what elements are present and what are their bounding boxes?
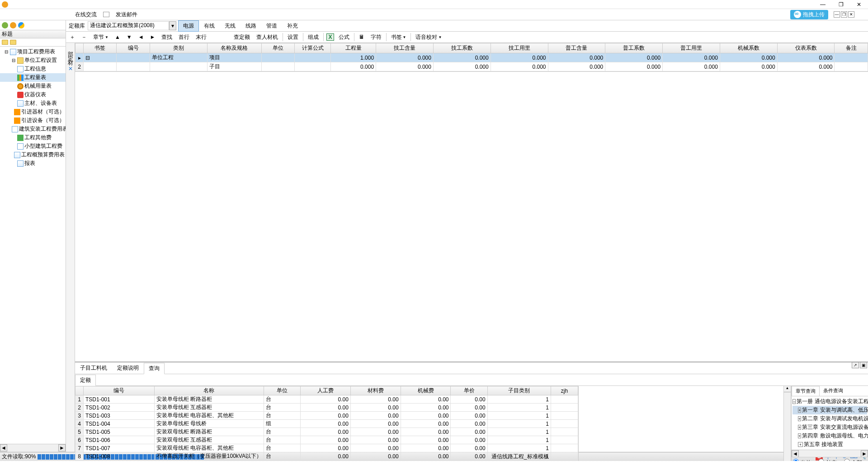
formula-button[interactable]: 公式 (337, 33, 351, 42)
column-header[interactable]: 机械系数 (720, 43, 777, 53)
side-tab-cai[interactable]: 材 (66, 54, 75, 57)
tree-node[interactable]: 引进器材（可选） (0, 108, 66, 116)
check-quota-button[interactable]: 查定额 (232, 33, 252, 42)
tree-node[interactable]: 工程其他费 (0, 133, 66, 142)
remove-icon[interactable] (10, 22, 16, 28)
tree-node[interactable]: 工程量表 (0, 73, 66, 82)
chapter-tree[interactable]: − 第一册 通信电源设备安装工程 +第一章 安装与调试高、低压电+第二章 安装与… (792, 396, 868, 450)
scroll-right-button[interactable]: ► (861, 450, 868, 457)
lib-tab[interactable]: 电源 (178, 20, 199, 32)
left-scrollbar[interactable]: ◄ ► (0, 444, 66, 452)
window-maximize-button[interactable]: ❐ (832, 0, 850, 9)
chapter-tab[interactable]: 条件查询 (820, 386, 847, 396)
tree-node[interactable]: 报表 (0, 159, 66, 168)
column-header[interactable]: 书签 (84, 43, 117, 53)
column-header[interactable]: 仪表系数 (777, 43, 835, 53)
bottom-tab[interactable]: 查询 (144, 363, 165, 374)
expand-icon[interactable]: + (798, 425, 801, 430)
tree-node[interactable]: 建筑安装工程费用表 (0, 125, 66, 133)
panel-minimize-button[interactable]: — (834, 11, 840, 18)
expand-icon[interactable]: + (798, 408, 801, 413)
sort-asc-button[interactable]: ▲ (113, 33, 122, 41)
remove-row-button[interactable]: － (80, 33, 89, 42)
add-icon[interactable] (2, 22, 8, 28)
drag-upload-button[interactable]: 拖拽上传 (790, 10, 828, 19)
project-tree[interactable]: ⊟ 项目工程费用表 ⊟单位工程设置工程信息工程量表机械用量表仪器仪表主材、设备表… (0, 47, 66, 444)
tree-node[interactable]: 小型建筑工程费 (0, 142, 66, 150)
tree-node[interactable]: 引进设备（可选） (0, 116, 66, 125)
lib-tab[interactable]: 无线 (220, 20, 241, 32)
tree-node[interactable]: ⊟单位工程设置 (0, 56, 66, 65)
settings-button[interactable]: 设置 (286, 33, 300, 42)
grid-scrollbar[interactable]: ▲ (783, 386, 791, 461)
filter-radio[interactable]: 当前定额 (793, 459, 816, 461)
filter-radio[interactable]: 全部定额 (844, 459, 867, 461)
chapter-node[interactable]: +第五章 接地装置 (793, 440, 867, 449)
char-button[interactable]: 字符 (369, 33, 383, 42)
move-right-button[interactable]: ► (148, 33, 157, 41)
table-row[interactable]: 6TSD1-006安装双母线柜 互感器柜台0.000.000.000.001 (75, 436, 578, 444)
close-side-icon[interactable]: ✕ (67, 66, 74, 72)
filter-radio[interactable]: 补充定额 (818, 459, 841, 461)
expand-icon[interactable]: ⊟ (11, 58, 16, 63)
column-header[interactable]: 备注 (835, 43, 868, 53)
column-header[interactable]: 普工用里 (663, 43, 720, 53)
library-dropdown-button[interactable]: ▾ (169, 21, 176, 30)
scroll-left-button[interactable]: ◄ (792, 450, 799, 457)
side-tab-ding[interactable]: 定 (66, 49, 75, 53)
chapter-node[interactable]: +第一章 安装与调试高、低压电 (793, 406, 867, 414)
chapter-node[interactable]: +第三章 安装交直流电源设备、 (793, 423, 867, 432)
tree-node[interactable]: 仪器仪表 (0, 90, 66, 99)
excel-icon[interactable]: X (326, 33, 334, 41)
send-mail-menu[interactable]: 发送邮件 (113, 10, 140, 19)
collapse-icon[interactable]: − (793, 399, 796, 404)
move-left-button[interactable]: ◄ (137, 33, 146, 41)
expand-icon[interactable]: + (798, 416, 801, 421)
chapter-node[interactable]: +第四章 敷设电源母线、电力电 (793, 432, 867, 440)
column-header[interactable]: 人工费 (301, 386, 351, 395)
bottom-tab[interactable]: 子目工料机 (75, 362, 112, 374)
scroll-track[interactable] (7, 444, 58, 452)
last-row-button[interactable]: 末行 (194, 33, 208, 42)
column-header[interactable]: 普工含量 (548, 43, 605, 53)
panel-collapse-button[interactable]: ▣ (860, 362, 867, 368)
check-labor-button[interactable]: 查人材机 (255, 33, 280, 42)
column-header[interactable]: 技工系数 (433, 43, 491, 53)
scroll-left-button[interactable]: ◄ (0, 444, 7, 451)
first-row-button[interactable]: 首行 (177, 33, 191, 42)
chapter-node[interactable]: +第二章 安装与调试发电机设备 (793, 414, 867, 423)
main-grid[interactable]: 书签编号类别名称及规格单位计算公式工程量技工含量技工系数技工用里普工含量普工系数… (75, 43, 868, 72)
column-header[interactable]: 材料费 (350, 386, 401, 395)
column-header[interactable]: 工程量 (331, 43, 376, 53)
column-header[interactable]: 类别 (150, 43, 207, 53)
table-row[interactable]: 4TSD1-004安装单母线柜 母线桥组0.000.000.000.001 (75, 420, 578, 428)
tree-node[interactable]: 主材、设备表 (0, 99, 66, 108)
tree-root[interactable]: ⊟ 项目工程费用表 (0, 47, 66, 56)
panel-close-button[interactable]: ✕ (848, 11, 854, 18)
column-header[interactable]: 单位 (261, 43, 294, 53)
lib-tab[interactable]: 线路 (241, 20, 261, 32)
table-row[interactable]: 1TSD1-001安装单母线柜 断路器柜台0.000.000.000.001 (75, 395, 578, 404)
quota-grid[interactable]: 编号名称单位人工费材料费机械费单价子目类别zjh 1TSD1-001安装单母线柜… (75, 386, 579, 461)
compose-button[interactable]: 组成 (306, 33, 321, 42)
tree-node[interactable]: 工程概预算费用表 (0, 150, 66, 159)
online-exchange-menu[interactable]: 在线交流 (72, 10, 99, 19)
window-close-button[interactable]: ✕ (850, 0, 868, 9)
add-row-button[interactable]: ＋ (68, 33, 77, 42)
find-button[interactable]: 查找 (160, 33, 174, 42)
column-header[interactable]: 单价 (451, 386, 487, 395)
scissors-icon[interactable]: ✂ (67, 58, 74, 65)
scroll-right-button[interactable]: ► (58, 444, 66, 451)
lib-tab[interactable]: 有线 (199, 20, 220, 32)
lib-tab[interactable]: 管道 (261, 20, 282, 32)
column-header[interactable]: 普工系数 (605, 43, 663, 53)
chapter-tab[interactable]: 章节查询 (792, 386, 820, 396)
chapter-dropdown[interactable]: 章节▼ (91, 33, 110, 42)
library-select[interactable]: 通信建设工程概预算(2008) (88, 21, 169, 30)
expand-icon[interactable]: + (798, 442, 803, 447)
voice-check-dropdown[interactable]: 语音校对▼ (414, 33, 443, 42)
column-header[interactable]: 技工含量 (376, 43, 434, 53)
panel-popout-button[interactable]: ↗ (852, 362, 859, 368)
column-header[interactable]: 技工用里 (491, 43, 548, 53)
column-header[interactable]: 名称 (154, 386, 264, 395)
